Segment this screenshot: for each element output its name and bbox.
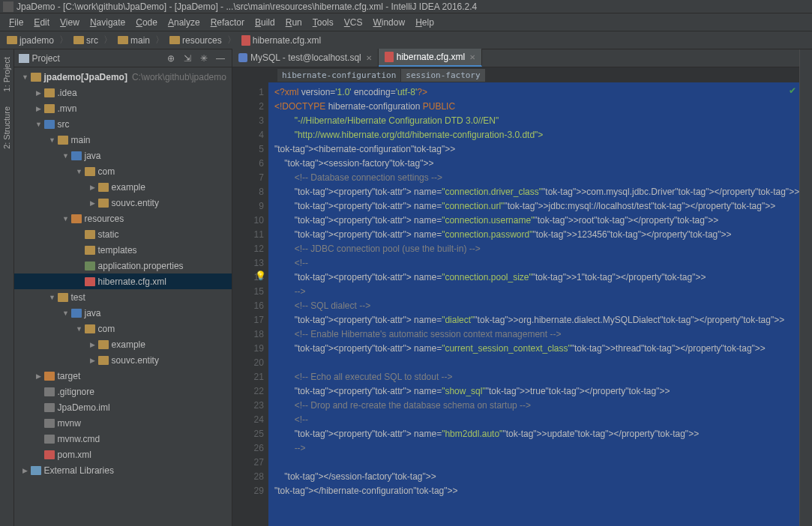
menu-analyze[interactable]: Analyze <box>163 16 205 29</box>
code-line[interactable]: "tok-tag"><property"tok-attr"> name="dia… <box>274 313 799 327</box>
menu-file[interactable]: File <box>4 16 28 29</box>
tree-node-.gitignore[interactable]: .gitignore <box>14 384 232 399</box>
menu-window[interactable]: Window <box>368 16 409 29</box>
editor-crumb[interactable]: hibernate-configuration <box>277 69 400 82</box>
tree-node-static[interactable]: static <box>14 226 232 242</box>
tree-node-example[interactable]: ▶example <box>14 336 232 352</box>
tree-node-com[interactable]: ▼com <box>14 321 232 336</box>
expander-icon[interactable]: ▼ <box>76 168 83 175</box>
tree-node-souvc.entity[interactable]: ▶souvc.entity <box>14 352 232 368</box>
code-line[interactable]: "tok-tag"><property"tok-attr"> name="hbm… <box>274 427 799 441</box>
tree-node-mvnw[interactable]: mvnw <box>14 415 232 431</box>
collapse-icon[interactable]: ⇲ <box>181 52 194 65</box>
locate-icon[interactable]: ⊕ <box>164 52 178 65</box>
code-line[interactable]: --> <box>274 285 799 299</box>
menu-help[interactable]: Help <box>411 16 439 29</box>
tree-node-example[interactable]: ▶example <box>14 179 232 195</box>
code-area[interactable]: <?xml version='1.0' encoding='utf-8'?><!… <box>268 82 799 526</box>
tree-node-src[interactable]: ▼src <box>14 116 232 132</box>
editor-body[interactable]: 1234567891011121314151617181920212223242… <box>232 82 799 526</box>
expander-icon[interactable]: ▼ <box>62 215 70 223</box>
code-line[interactable]: <!-- <box>274 256 799 270</box>
expander-icon[interactable]: ▼ <box>62 309 70 317</box>
expander-icon[interactable]: ▶ <box>22 467 29 474</box>
code-line[interactable]: "tok-tag"><property"tok-attr"> name="con… <box>274 185 799 199</box>
tree-node-External Libraries[interactable]: ▶External Libraries <box>14 462 232 478</box>
expander-icon[interactable]: ▶ <box>89 341 97 348</box>
tree-node-test[interactable]: ▼test <box>14 289 232 305</box>
close-icon[interactable]: ✕ <box>469 53 475 61</box>
expander-icon[interactable]: ▶ <box>35 372 43 380</box>
expander-icon[interactable]: ▼ <box>49 294 56 301</box>
expander-icon[interactable]: ▼ <box>62 152 70 160</box>
hide-icon[interactable]: — <box>214 52 227 65</box>
menu-edit[interactable]: Edit <box>29 16 54 29</box>
code-line[interactable]: <!-- Database connection settings --> <box>274 171 799 185</box>
menu-run[interactable]: Run <box>281 16 307 29</box>
expander-icon[interactable]: ▶ <box>89 357 97 364</box>
code-line[interactable]: "tok-tag"><property"tok-attr"> name="sho… <box>274 384 799 399</box>
intention-bulb-icon[interactable]: 💡 <box>255 270 266 281</box>
tree-node-pom.xml[interactable]: pom.xml <box>14 447 232 462</box>
code-line[interactable] <box>274 356 799 370</box>
expander-icon[interactable]: ▼ <box>22 73 29 81</box>
tree-node-main[interactable]: ▼main <box>14 132 232 148</box>
menu-build[interactable]: Build <box>250 16 280 29</box>
close-icon[interactable]: ✕ <box>366 54 372 62</box>
code-line[interactable]: <?xml version='1.0' encoding='utf-8'?> <box>274 85 799 100</box>
menu-view[interactable]: View <box>55 16 84 29</box>
editor-tab[interactable]: hibernate.cfg.xml✕ <box>379 49 482 67</box>
expander-icon[interactable]: ▼ <box>49 136 56 144</box>
code-line[interactable]: "tok-tag"><property"tok-attr"> name="con… <box>274 214 799 228</box>
expander-icon[interactable]: ▶ <box>35 105 43 112</box>
editor-crumb[interactable]: session-factory <box>401 69 484 82</box>
expander-icon[interactable]: ▼ <box>76 325 83 333</box>
tree-node-.mvn[interactable]: ▶.mvn <box>14 100 232 116</box>
code-line[interactable]: "tok-tag"><session-factory"tok-tag">> <box>274 157 799 171</box>
code-line[interactable]: <!-- Echo all executed SQL to stdout --> <box>274 370 799 384</box>
code-line[interactable]: "tok-tag"><property"tok-attr"> name="con… <box>274 228 799 242</box>
code-line[interactable]: <!-- Drop and re-create the database sch… <box>274 399 799 413</box>
code-line[interactable]: --> <box>274 441 799 456</box>
tree-node-.idea[interactable]: ▶.idea <box>14 85 232 100</box>
code-line[interactable]: "tok-tag"><hibernate-configuration"tok-t… <box>274 142 799 157</box>
menu-vcs[interactable]: VCS <box>340 16 367 29</box>
code-line[interactable]: "tok-tag"><property"tok-attr"> name="con… <box>274 270 799 285</box>
code-line[interactable]: <!DOCTYPE hibernate-configuration PUBLIC <box>274 100 799 114</box>
breadcrumb-src[interactable]: src <box>71 34 100 46</box>
code-line[interactable]: <!-- Enable Hibernate's automatic sessio… <box>274 327 799 342</box>
tree-node-resources[interactable]: ▼resources <box>14 211 232 226</box>
tree-node-application.properties[interactable]: application.properties <box>14 258 232 273</box>
tree-node-java[interactable]: ▼java <box>14 305 232 321</box>
breadcrumb-resources[interactable]: resources <box>167 34 224 46</box>
tree-node-JpaDemo.iml[interactable]: JpaDemo.iml <box>14 399 232 415</box>
breadcrumb-main[interactable]: main <box>115 34 152 46</box>
expander-icon[interactable]: ▼ <box>35 121 43 128</box>
tree-node-souvc.entity[interactable]: ▶souvc.entity <box>14 195 232 211</box>
editor-tab[interactable]: MySQL - test@localhost.sql✕ <box>232 49 379 67</box>
code-line[interactable]: "tok-tag"><property"tok-attr"> name="cur… <box>274 342 799 356</box>
menu-refactor[interactable]: Refactor <box>206 16 249 29</box>
expander-icon[interactable]: ▶ <box>89 184 97 191</box>
tree-node-jpademo[interactable]: ▼jpademo [JpaDemo]C:\work\github\jpademo <box>14 69 232 85</box>
code-line[interactable]: "tok-tag"></session-factory"tok-tag">> <box>274 470 799 484</box>
code-line[interactable]: "-//Hibernate/Hibernate Configuration DT… <box>274 114 799 128</box>
menu-navigate[interactable]: Navigate <box>85 16 130 29</box>
code-line[interactable]: <!-- JDBC connection pool (use the built… <box>274 242 799 256</box>
project-tree[interactable]: ▼jpademo [JpaDemo]C:\work\github\jpademo… <box>14 67 232 526</box>
gutter-tab[interactable]: 1: Project <box>1 52 13 96</box>
code-line[interactable]: <!-- SQL dialect --> <box>274 299 799 313</box>
tree-node-hibernate.cfg.xml[interactable]: hibernate.cfg.xml <box>14 273 232 289</box>
breadcrumb-jpademo[interactable]: jpademo <box>4 34 56 46</box>
menu-code[interactable]: Code <box>131 16 162 29</box>
tree-node-target[interactable]: ▶target <box>14 368 232 384</box>
expander-icon[interactable]: ▶ <box>35 89 43 97</box>
tree-node-templates[interactable]: templates <box>14 242 232 258</box>
tree-node-java[interactable]: ▼java <box>14 148 232 163</box>
gutter-tab[interactable]: 2: Structure <box>1 102 13 154</box>
expander-icon[interactable]: ▶ <box>89 199 97 207</box>
settings-icon[interactable]: ✳ <box>197 52 211 65</box>
code-line[interactable] <box>274 456 799 470</box>
code-line[interactable]: "tok-tag"><property"tok-attr"> name="con… <box>274 199 799 214</box>
code-line[interactable]: "http://www.hibernate.org/dtd/hibernate-… <box>274 128 799 142</box>
